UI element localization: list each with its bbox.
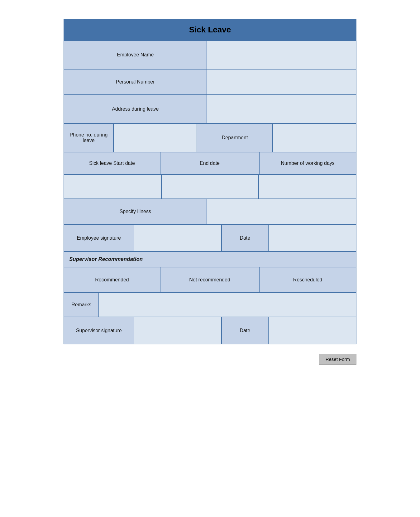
personal-number-value[interactable] [207,69,356,94]
employee-name-input[interactable] [210,46,353,63]
supervisor-signature-label: Supervisor signature [64,317,134,344]
phone-label: Phone no. during leave [64,124,114,152]
supervisor-recommendation-label: Supervisor Recommendation [69,256,143,262]
emp-date-value[interactable] [269,225,356,251]
address-value[interactable] [207,95,356,123]
remarks-label: Remarks [64,293,99,317]
personal-number-label: Personal Number [64,69,207,94]
remarks-row: Remarks [64,292,356,317]
form-container: Sick Leave Employee Name Personal Number… [64,19,356,344]
personal-number-row: Personal Number [64,69,356,94]
department-input[interactable] [276,129,353,146]
reset-wrapper: Reset Form [64,354,356,365]
start-date-value[interactable] [64,175,162,199]
supervisor-signature-input[interactable] [137,323,218,338]
remarks-input[interactable] [102,299,353,311]
illness-input[interactable] [210,205,353,218]
remarks-value[interactable] [99,293,356,317]
supervisor-signature-value[interactable] [134,317,222,344]
working-days-input[interactable] [262,180,353,193]
employee-name-row: Employee Name [64,40,356,69]
emp-date-label: Date [222,225,269,251]
dates-values-row [64,174,356,199]
start-date-label: Sick leave Start date [64,152,160,174]
dates-header-row: Sick leave Start date End date Number of… [64,152,356,174]
end-date-value[interactable] [162,175,259,199]
address-row: Address during leave [64,94,356,123]
personal-number-input[interactable] [210,75,353,89]
sup-date-label: Date [222,317,269,344]
employee-signature-input[interactable] [137,230,218,246]
not-recommended-label[interactable]: Not recommended [160,267,260,292]
employee-name-label: Employee Name [64,41,207,69]
illness-label: Specify illness [64,199,207,224]
rescheduled-label[interactable]: Rescheduled [260,267,356,292]
end-date-input[interactable] [165,180,255,193]
working-days-value[interactable] [259,175,356,199]
working-days-label: Number of working days [260,152,356,174]
supervisor-signature-row: Supervisor signature Date [64,317,356,344]
supervisor-recommendation-header: Supervisor Recommendation [64,251,356,267]
form-title: Sick Leave [64,19,356,40]
phone-dept-row: Phone no. during leave Department [64,123,356,152]
end-date-label: End date [160,152,260,174]
reset-button[interactable]: Reset Form [319,354,356,365]
phone-input[interactable] [117,129,193,146]
page-wrapper: Sick Leave Employee Name Personal Number… [57,12,363,371]
employee-signature-value[interactable] [134,225,222,251]
sup-date-value[interactable] [269,317,356,344]
recommended-label[interactable]: Recommended [64,267,160,292]
address-label: Address during leave [64,95,207,123]
illness-value[interactable] [207,199,356,224]
employee-name-value[interactable] [207,41,356,69]
employee-signature-row: Employee signature Date [64,224,356,251]
emp-date-input[interactable] [272,230,353,246]
phone-value[interactable] [114,124,197,152]
department-value[interactable] [273,124,356,152]
sup-date-input[interactable] [272,323,353,338]
department-label: Department [197,124,273,152]
recommendation-row: Recommended Not recommended Rescheduled [64,267,356,292]
address-input[interactable] [210,101,353,117]
start-date-input[interactable] [67,180,158,193]
illness-row: Specify illness [64,199,356,224]
employee-signature-label: Employee signature [64,225,134,251]
